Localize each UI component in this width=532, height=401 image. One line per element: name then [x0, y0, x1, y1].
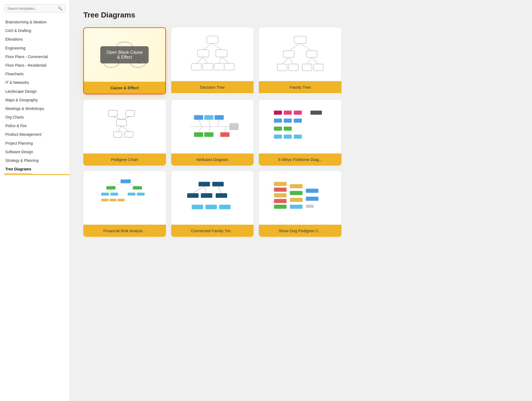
sidebar-item-6[interactable]: Flowcharts — [4, 70, 70, 78]
svg-rect-18 — [294, 36, 306, 44]
svg-line-79 — [111, 189, 114, 193]
svg-rect-68 — [133, 186, 142, 189]
sidebar-item-17[interactable]: Tree Diagrams — [4, 165, 70, 175]
svg-rect-88 — [205, 205, 217, 209]
svg-line-78 — [105, 189, 111, 193]
sidebar-item-2[interactable]: Elevations — [4, 35, 70, 44]
svg-rect-10 — [214, 63, 224, 70]
svg-line-28 — [288, 58, 293, 64]
template-card-financial-risk[interactable]: Financial Risk Analysi... — [83, 171, 166, 237]
template-card-show-dog[interactable]: Show Dog Pedigree C... — [259, 171, 341, 237]
template-card-connected-family[interactable]: Connected Family Tre... — [171, 171, 254, 237]
svg-rect-35 — [124, 132, 133, 137]
svg-rect-86 — [216, 193, 227, 198]
template-card-decision-tree[interactable]: Decision Tree — [171, 27, 254, 94]
search-bar[interactable]: 🔍 — [4, 4, 65, 12]
svg-rect-60 — [294, 119, 302, 123]
svg-rect-101 — [290, 205, 303, 209]
template-card-family-tree[interactable]: Family Tree — [259, 27, 341, 94]
svg-line-91 — [204, 187, 207, 194]
card-label-cause-effect: Cause & Effect — [84, 82, 165, 94]
svg-rect-85 — [201, 193, 212, 198]
svg-rect-7 — [216, 50, 227, 57]
svg-rect-93 — [274, 182, 287, 186]
svg-rect-34 — [113, 132, 122, 137]
svg-rect-99 — [290, 191, 303, 195]
card-label-financial-risk: Financial Risk Analysi... — [83, 225, 166, 237]
sidebar-item-1[interactable]: CAD & Drafting — [4, 26, 70, 35]
svg-line-27 — [282, 58, 288, 64]
search-input[interactable] — [7, 6, 58, 10]
card-preview-show-dog — [259, 171, 341, 225]
svg-rect-9 — [203, 63, 213, 70]
card-preview-5-whys — [259, 100, 341, 153]
svg-rect-61 — [274, 127, 282, 131]
card-label-pedigree-chart: Pedigree Chart — [83, 153, 166, 166]
svg-rect-63 — [274, 135, 282, 139]
svg-rect-66 — [120, 180, 131, 183]
svg-rect-98 — [290, 184, 303, 188]
svg-line-92 — [218, 187, 222, 194]
sidebar-item-3[interactable]: Engineering — [4, 44, 70, 52]
svg-rect-87 — [192, 205, 203, 209]
sidebar-item-15[interactable]: Software Design — [4, 148, 70, 156]
svg-line-15 — [203, 57, 208, 63]
svg-line-108 — [302, 199, 306, 200]
svg-rect-23 — [302, 64, 312, 71]
svg-rect-20 — [306, 51, 317, 58]
svg-line-107 — [302, 186, 306, 191]
svg-rect-21 — [277, 64, 287, 71]
svg-rect-84 — [187, 193, 199, 198]
svg-line-12 — [203, 43, 212, 50]
svg-rect-74 — [109, 199, 116, 201]
sidebar-item-9[interactable]: Maps & Geography — [4, 96, 70, 104]
svg-rect-55 — [284, 111, 292, 115]
templates-grid: Open Blank Cause & Effect↖Cause & Effect… — [83, 27, 341, 237]
svg-rect-102 — [306, 189, 319, 193]
sidebar-item-7[interactable]: IT & Networks — [4, 78, 70, 87]
svg-line-106 — [287, 190, 290, 193]
svg-rect-62 — [284, 127, 292, 131]
svg-rect-64 — [284, 135, 292, 139]
sidebar-item-11[interactable]: Org Charts — [4, 113, 70, 121]
svg-rect-8 — [191, 63, 201, 70]
sidebar-item-12[interactable]: Police & Fire — [4, 121, 70, 130]
svg-rect-94 — [274, 188, 287, 192]
template-card-pedigree-chart[interactable]: Pedigree Chart — [83, 100, 166, 166]
svg-rect-33 — [126, 110, 135, 117]
template-card-5-whys[interactable]: 5 Whys Fishbone Diag... — [259, 100, 341, 166]
svg-line-48 — [199, 120, 202, 127]
svg-rect-24 — [313, 64, 323, 71]
svg-rect-95 — [274, 193, 287, 197]
sidebar-item-10[interactable]: Meetings & Workshops — [4, 104, 70, 113]
sidebar-item-5[interactable]: Floor Plans - Residential — [4, 61, 70, 70]
sidebar-item-0[interactable]: Brainstorming & Ideation — [4, 18, 70, 26]
sidebar-item-4[interactable]: Floor Plans - Commercial — [4, 52, 70, 61]
svg-rect-59 — [284, 119, 292, 123]
svg-line-80 — [131, 189, 137, 193]
template-card-cause-effect[interactable]: Open Blank Cause & Effect↖Cause & Effect — [83, 27, 166, 94]
sidebar-item-13[interactable]: Product Management — [4, 130, 70, 139]
card-label-show-dog: Show Dog Pedigree C... — [259, 225, 341, 237]
sidebar-item-16[interactable]: Strategy & Planning — [4, 156, 70, 165]
svg-line-13 — [212, 43, 222, 50]
svg-line-81 — [137, 189, 141, 193]
svg-line-16 — [219, 57, 221, 63]
sidebar-item-14[interactable]: Project Planning — [4, 139, 70, 148]
svg-rect-32 — [108, 110, 117, 117]
svg-rect-104 — [306, 205, 314, 208]
card-preview-decision-tree — [171, 27, 254, 81]
search-icon: 🔍 — [58, 6, 62, 10]
sidebar-item-8[interactable]: Landscape Design — [4, 87, 70, 96]
svg-rect-41 — [230, 123, 239, 130]
svg-rect-73 — [101, 199, 108, 201]
svg-rect-44 — [215, 115, 224, 120]
svg-line-30 — [312, 58, 318, 64]
open-blank-overlay[interactable]: Open Blank Cause & Effect — [100, 46, 149, 63]
svg-line-53 — [225, 127, 226, 132]
card-preview-family-tree — [259, 27, 341, 81]
svg-line-26 — [300, 44, 312, 51]
svg-line-39 — [122, 126, 129, 132]
svg-rect-58 — [274, 119, 282, 123]
template-card-ishikawa-diagram[interactable]: Ishikawa Diagram — [171, 100, 254, 166]
